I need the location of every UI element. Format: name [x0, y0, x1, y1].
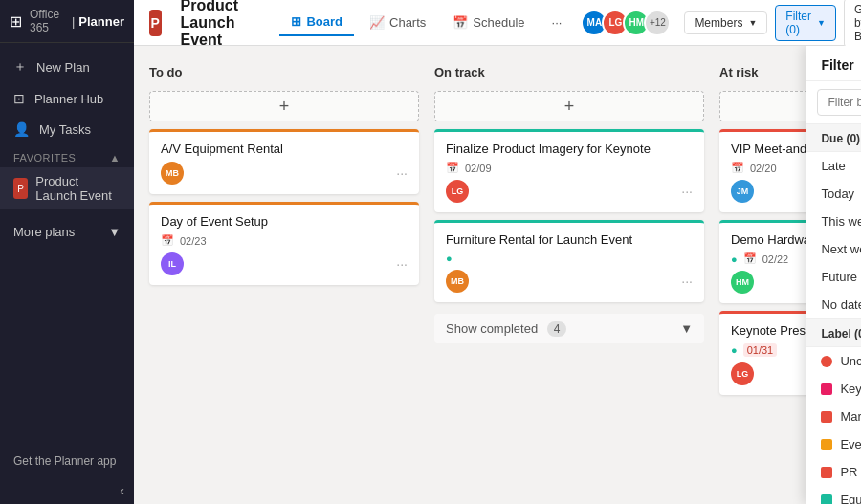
- calendar-icon: 📅: [446, 162, 459, 174]
- more-plans-item[interactable]: More plans ▼: [0, 217, 134, 247]
- group-by-button[interactable]: Group by Bucket ▼: [844, 0, 861, 48]
- task-footer: MB ···: [446, 270, 693, 293]
- task-date: 02/09: [465, 163, 492, 174]
- members-button[interactable]: Members ▼: [684, 11, 767, 34]
- tab-charts[interactable]: 📈 Charts: [358, 10, 437, 35]
- schedule-tab-icon: 📅: [453, 15, 468, 30]
- column-title-at-risk: At risk: [719, 65, 758, 79]
- task-card-day-of-event[interactable]: Day of Event Setup 📅 02/23 IL ···: [149, 202, 419, 285]
- keynote-dot: [821, 383, 832, 395]
- task-more-icon[interactable]: ···: [396, 165, 408, 181]
- filter-item-left: Marketing Collateral: [821, 409, 861, 424]
- planner-hub-label: Planner Hub: [34, 92, 103, 106]
- marketing-dot: [821, 411, 832, 423]
- filter-label-pr[interactable]: PR ···: [806, 458, 861, 486]
- sidebar-item-new-plan[interactable]: ＋ New Plan: [0, 51, 134, 83]
- calendar-icon: 📅: [161, 234, 174, 247]
- filter-label-event-planning[interactable]: Event Planning ···: [806, 430, 861, 458]
- uncategorized-dot: [821, 356, 832, 367]
- filter-button[interactable]: Filter (0) ▼: [775, 5, 836, 41]
- filter-chevron: ▼: [817, 18, 826, 28]
- plus-icon: ＋: [13, 58, 27, 76]
- task-more-icon[interactable]: ···: [396, 256, 408, 272]
- favorites-chevron[interactable]: ▲: [110, 152, 121, 164]
- task-assignee: MB: [161, 162, 184, 185]
- sidebar-collapse-button[interactable]: ‹: [0, 477, 134, 504]
- task-title: Furniture Rental for Launch Event: [446, 232, 693, 247]
- filter-label-marketing[interactable]: Marketing Collateral ···: [806, 403, 861, 430]
- new-plan-label: New Plan: [36, 60, 90, 75]
- filter-label-uncategorized[interactable]: Uncategorized ···: [806, 347, 861, 375]
- filter-label-title: Label (0): [821, 327, 861, 340]
- schedule-tab-label: Schedule: [473, 15, 524, 30]
- filter-due-next-week[interactable]: Next week: [806, 235, 861, 263]
- filter-items: Due (0) ▲ Late Today This week Next week…: [806, 123, 861, 504]
- filter-label-pr-label: PR: [840, 465, 857, 479]
- collapse-icon: ‹: [120, 483, 124, 498]
- filter-label-equipment-label: Equipment: [840, 493, 861, 504]
- tab-board[interactable]: ⊞ Board: [279, 9, 354, 36]
- task-date-overdue: 01/31: [743, 343, 778, 357]
- task-card-av-equipment[interactable]: A/V Equipment Rental MB ···: [149, 129, 419, 194]
- filter-due-section-header[interactable]: Due (0) ▲: [806, 123, 861, 152]
- show-completed-button[interactable]: Show completed 4 ▼: [434, 314, 704, 343]
- task-title: Day of Event Setup: [161, 214, 408, 229]
- filter-due-this-week[interactable]: This week: [806, 208, 861, 235]
- filter-label-section-header[interactable]: Label (0) ▲: [806, 318, 861, 347]
- column-title-on-track: On track: [434, 65, 485, 79]
- filter-due-no-date-label: No date: [821, 297, 861, 312]
- filter-item-left: Event Planning: [821, 437, 861, 451]
- my-tasks-label: My Tasks: [39, 122, 91, 137]
- task-meta: 📅 02/23: [161, 234, 408, 247]
- tabs-more-button[interactable]: ···: [544, 11, 570, 33]
- filter-due-future[interactable]: Future: [806, 263, 861, 291]
- group-by-label: Group by Bucket: [854, 3, 861, 43]
- filter-due-title: Due (0): [821, 132, 860, 145]
- sidebar-item-product-launch[interactable]: P Product Launch Event: [0, 167, 134, 209]
- add-task-on-track[interactable]: +: [434, 91, 704, 121]
- sidebar: ⊞ Office 365 | Planner ＋ New Plan ⊡ Plan…: [0, 0, 134, 504]
- filter-title: Filter: [821, 57, 853, 73]
- tab-schedule[interactable]: 📅 Schedule: [441, 10, 536, 35]
- filter-due-late-label: Late: [821, 159, 845, 173]
- filter-due-no-date[interactable]: No date: [806, 291, 861, 318]
- task-card-furniture-rental[interactable]: Furniture Rental for Launch Event ● MB ·…: [434, 220, 704, 302]
- filter-due-this-week-label: This week: [821, 214, 861, 229]
- task-assignee: JM: [731, 180, 754, 203]
- icon-dot: ●: [731, 344, 738, 356]
- more-plans-label: More plans: [13, 225, 75, 239]
- task-title: Finalize Product Imagery for Keynote: [446, 142, 693, 156]
- filter-label-keynote[interactable]: Keynote Presentation ···: [806, 375, 861, 403]
- project-logo-letter: P: [151, 15, 160, 31]
- members-chevron: ▼: [748, 18, 757, 28]
- task-card-finalize-imagery[interactable]: Finalize Product Imagery for Keynote 📅 0…: [434, 129, 704, 212]
- office-label: Office 365: [30, 8, 64, 34]
- filter-label-event-label: Event Planning: [840, 437, 861, 451]
- favorite-item-label: Product Launch Event: [35, 174, 121, 203]
- get-app-label: Get the Planner app: [13, 454, 116, 468]
- filter-due-today[interactable]: Today: [806, 180, 861, 208]
- task-more-icon[interactable]: ···: [681, 184, 693, 199]
- add-task-todo[interactable]: +: [149, 91, 419, 121]
- task-more-icon[interactable]: ···: [681, 274, 693, 289]
- column-header-on-track: On track: [434, 61, 704, 83]
- topbar: P Product Launch Event ⊞ Board 📈 Charts …: [134, 0, 861, 46]
- filter-item-left: Equipment: [821, 493, 861, 504]
- topbar-right: MA LG HM +12 Members ▼ Filter (0) ▼ Grou…: [581, 0, 861, 48]
- column-header-todo: To do: [149, 61, 419, 83]
- filter-label-equipment[interactable]: Equipment ···: [806, 486, 861, 504]
- sidebar-item-planner-hub[interactable]: ⊡ Planner Hub: [0, 83, 134, 114]
- event-planning-dot: [821, 439, 832, 450]
- filter-search-input[interactable]: [817, 89, 861, 116]
- topbar-tabs: ⊞ Board 📈 Charts 📅 Schedule ···: [279, 9, 569, 36]
- sidebar-item-my-tasks[interactable]: 👤 My Tasks: [0, 114, 134, 144]
- charts-tab-icon: 📈: [369, 15, 385, 30]
- members-label: Members: [695, 16, 742, 30]
- get-planner-app[interactable]: Get the Planner app: [0, 445, 134, 477]
- page-title: Product Launch Event: [181, 0, 254, 49]
- task-date: 02/20: [750, 163, 777, 174]
- avatar-count[interactable]: +12: [644, 10, 671, 36]
- filter-due-next-week-label: Next week: [821, 242, 861, 256]
- filter-due-late[interactable]: Late: [806, 152, 861, 180]
- waffle-icon[interactable]: ⊞: [10, 12, 22, 31]
